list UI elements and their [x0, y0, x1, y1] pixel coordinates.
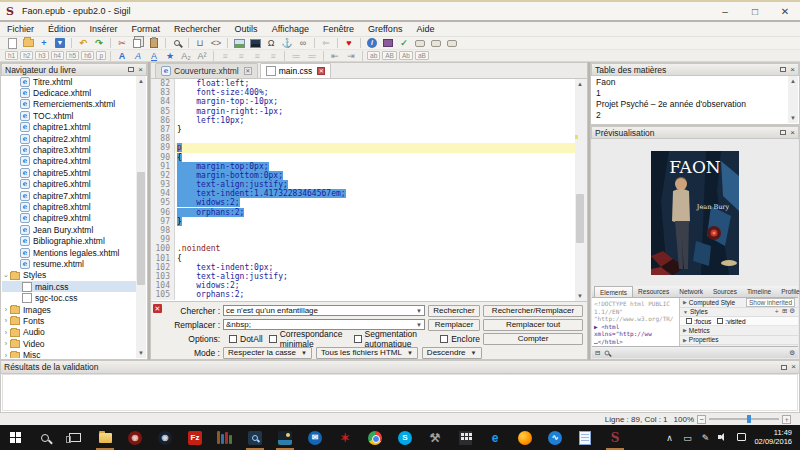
undock-icon[interactable]: [780, 67, 786, 72]
open-file-icon[interactable]: [20, 37, 36, 49]
tree-item-chapitre1-xhtml[interactable]: echapitre1.xhtml: [2, 122, 136, 133]
tree-item-titre-xhtml[interactable]: eTitre.xhtml: [2, 76, 136, 87]
subscript-icon[interactable]: A₂: [178, 50, 194, 62]
tab-close-icon[interactable]: ✕: [244, 67, 252, 75]
code-line-84[interactable]: 84 margin-top:-10px;: [151, 97, 575, 106]
tree-item-resume-xhtml[interactable]: eresume.xhtml: [2, 258, 136, 269]
styles-section[interactable]: ▼ Styles ＋ ⊞ ⚙: [680, 308, 798, 318]
code-line-82[interactable]: 82 float:left;: [151, 79, 575, 88]
scroll-down-icon[interactable]: ▼: [575, 291, 585, 301]
menu-greffons[interactable]: Greffons: [361, 24, 409, 34]
menu-format[interactable]: Format: [125, 24, 168, 34]
menu-insérer[interactable]: Insérer: [83, 24, 125, 34]
css-code-view[interactable]: 82 float:left;83 font-size:400%;84 margi…: [151, 79, 575, 301]
pseudo-checkbox[interactable]: [717, 318, 723, 324]
scroll-down-icon[interactable]: ▼: [788, 113, 798, 123]
copy-icon[interactable]: [130, 37, 146, 49]
red-app-icon[interactable]: ◉: [120, 425, 150, 450]
indent-icon[interactable]: ⇥: [343, 50, 359, 62]
menu-outils[interactable]: Outils: [228, 24, 265, 34]
find-icon[interactable]: [169, 37, 185, 49]
code-line-86[interactable]: 86 left:10px;: [151, 116, 575, 125]
checkbox-segmentation-automatique[interactable]: [354, 335, 362, 343]
tree-item-chapitre9-xhtml[interactable]: echapitre9.xhtml: [2, 213, 136, 224]
inspector-section-properties[interactable]: ▶Properties: [680, 336, 798, 346]
code-view-icon[interactable]: <>: [208, 37, 224, 49]
code-line-99[interactable]: 99: [151, 235, 575, 244]
thunderbird-icon[interactable]: ✉: [300, 425, 330, 450]
menu-affichage[interactable]: Affichage: [265, 24, 316, 34]
align-left-icon[interactable]: ≡: [217, 50, 233, 62]
computed-style-section[interactable]: ▶ Computed Style Show inherited: [680, 298, 798, 308]
cut-icon[interactable]: ✂: [114, 37, 130, 49]
save-icon[interactable]: ▼: [52, 37, 68, 49]
blue-search-app-icon[interactable]: [240, 425, 270, 450]
tree-folder-audio[interactable]: ›Audio: [2, 327, 136, 338]
menu-aide[interactable]: Aide: [409, 24, 441, 34]
inspector-settings-icon[interactable]: ⚙: [789, 349, 795, 357]
tab-close-icon[interactable]: ✕: [317, 67, 325, 75]
code-line-104[interactable]: 104 widows:2;: [151, 281, 575, 290]
close-icon[interactable]: ×: [790, 130, 795, 136]
steam-icon[interactable]: ◉: [150, 425, 180, 450]
inspector-tab-network[interactable]: Network: [674, 286, 708, 297]
bold-icon[interactable]: A: [114, 50, 130, 62]
tree-item-bibliographie-xhtml[interactable]: eBibliographie.xhtml: [2, 235, 136, 246]
file-explorer-icon[interactable]: [90, 425, 120, 450]
paragraph-button[interactable]: p: [96, 51, 106, 60]
lowercase-button[interactable]: ab: [367, 51, 380, 60]
special-character-icon[interactable]: Ω: [263, 37, 279, 49]
plugin1-icon[interactable]: [412, 37, 428, 49]
checkbox-enclore[interactable]: [440, 335, 448, 343]
checkbox-dotall[interactable]: [229, 335, 237, 343]
titlecase-button[interactable]: Ab: [399, 51, 413, 60]
tree-folder-images[interactable]: ›Images: [2, 304, 136, 315]
split-section-icon[interactable]: ⊔: [192, 37, 208, 49]
zoom-slider[interactable]: [709, 418, 779, 420]
undock-icon[interactable]: [780, 130, 786, 135]
mode-dropdown-respecter-la-casse[interactable]: Respecter la casse▼: [223, 347, 312, 359]
close-icon[interactable]: ×: [138, 67, 143, 73]
code-line-97[interactable]: 97}: [151, 217, 575, 226]
task-view-button[interactable]: [60, 425, 90, 450]
code-line-83[interactable]: 83 font-size:400%;: [151, 88, 575, 97]
tree-item-sgc-toc-css[interactable]: sgc-toc.css: [2, 292, 136, 303]
menu-fenêtre[interactable]: Fenêtre: [316, 24, 361, 34]
zoom-in-button[interactable]: ＋: [782, 415, 791, 424]
menu-fichier[interactable]: Fichier: [0, 24, 41, 34]
code-line-87[interactable]: 87}: [151, 125, 575, 134]
tree-item-main-css[interactable]: main.css: [2, 281, 136, 292]
search-replace-button[interactable]: Rechercher/Remplacer: [483, 305, 583, 317]
plugin3-icon[interactable]: [444, 37, 460, 49]
inspector-tab-resources[interactable]: Resources: [633, 286, 674, 297]
menu-rechercher[interactable]: Rechercher: [167, 24, 228, 34]
add-existing-icon[interactable]: +: [36, 37, 52, 49]
superscript-icon[interactable]: A²: [194, 50, 210, 62]
code-line-91[interactable]: 91 margin-top:0px;: [151, 162, 575, 171]
heading-2-button[interactable]: h2: [20, 51, 33, 60]
mode-dropdown-tous-les-fichiers-html[interactable]: Tous les fichiers HTML▼: [316, 347, 418, 359]
tree-item-chapitre4-xhtml[interactable]: echapitre4.xhtml: [2, 156, 136, 167]
align-right-icon[interactable]: ≡: [249, 50, 265, 62]
tray-pen-icon[interactable]: ✎: [696, 433, 714, 443]
code-line-92[interactable]: 92 margin-bottom:0px;: [151, 171, 575, 180]
zoom-out-button[interactable]: −: [697, 415, 706, 424]
toc-entry[interactable]: 1: [592, 87, 788, 98]
tree-item-remerciements-xhtml[interactable]: eRemerciements.xhtml: [2, 99, 136, 110]
firefox-icon[interactable]: [510, 425, 540, 450]
code-line-100[interactable]: 100.noindent: [151, 244, 575, 253]
close-icon[interactable]: ×: [791, 364, 796, 370]
outdent-icon[interactable]: ⇤: [327, 50, 343, 62]
tab-couverture-xhtml[interactable]: eCouverture.xhtml✕: [155, 63, 258, 78]
code-line-95[interactable]: 95 widows:2;: [151, 198, 575, 207]
new-file-icon[interactable]: [4, 37, 20, 49]
align-justify-icon[interactable]: ≡: [265, 50, 281, 62]
tree-item-chapitre8-xhtml[interactable]: echapitre8.xhtml: [2, 201, 136, 212]
code-line-103[interactable]: 103 text-align:justify;: [151, 272, 575, 281]
undock-icon[interactable]: [781, 365, 787, 370]
scroll-up-icon[interactable]: ▲: [575, 79, 585, 89]
dock-side-icon[interactable]: ⊟: [595, 349, 600, 357]
replace-all-button[interactable]: Remplacer tout: [483, 319, 583, 331]
calibre-icon[interactable]: [210, 425, 240, 450]
taskbar-clock[interactable]: 11:49 02/09/2016: [754, 429, 792, 446]
